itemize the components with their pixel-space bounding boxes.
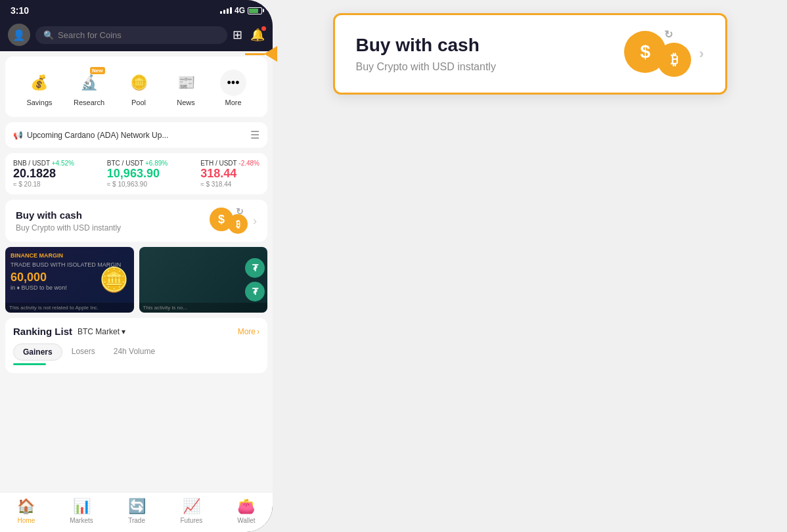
eth-price[interactable]: ETH / USDT -2.48% 318.44 ≈ $ 318.44 bbox=[200, 160, 259, 188]
eth-pair: ETH / USDT bbox=[200, 160, 236, 167]
research-label: Research bbox=[74, 99, 104, 106]
search-bar[interactable]: 🔍 Search for Coins bbox=[35, 26, 227, 44]
tab-losers[interactable]: Losers bbox=[62, 344, 104, 361]
wallet-label: Wallet bbox=[237, 517, 255, 524]
status-bar: 3:10 4G bbox=[0, 0, 273, 18]
announcement-text: 📢 Upcoming Cardano (ADA) Network Up... bbox=[13, 131, 168, 140]
btc-pair: BTC / USDT bbox=[107, 160, 143, 167]
tab-gainers[interactable]: Gainers bbox=[13, 344, 62, 361]
btc-value: 10,963.90 bbox=[107, 167, 168, 181]
home-icon: 🏠 bbox=[17, 498, 35, 515]
ranking-title: Ranking List bbox=[13, 326, 72, 337]
more-link[interactable]: More › bbox=[238, 327, 259, 336]
btc-price[interactable]: BTC / USDT +6.89% 10,963.90 ≈ $ 10,963.9… bbox=[107, 160, 168, 188]
popup-card[interactable]: Buy with cash Buy Crypto with USD instan… bbox=[333, 13, 727, 95]
research-item[interactable]: 🔬 New Research bbox=[74, 70, 104, 106]
news-item[interactable]: 📰 News bbox=[173, 70, 199, 106]
banner-coin-icon: 🪙 bbox=[99, 266, 129, 294]
popup-dollar-icon: $ ↻ bbox=[624, 31, 666, 73]
bnb-value: 20.1828 bbox=[13, 167, 74, 181]
arrow-head bbox=[264, 46, 277, 62]
trade-icon: 🔄 bbox=[128, 498, 146, 515]
more-label: More bbox=[238, 327, 256, 336]
markets-label: Markets bbox=[70, 517, 93, 524]
dropdown-icon: ▾ bbox=[122, 327, 125, 336]
search-icon: 🔍 bbox=[43, 30, 54, 40]
more-icon: ••• bbox=[220, 70, 246, 96]
market-label: BTC Market bbox=[78, 327, 120, 336]
ranking-section: Ranking List BTC Market ▾ More › Gainers… bbox=[5, 318, 267, 373]
top-icons: ⊞ 🔔 bbox=[233, 28, 265, 42]
top-bar: 👤 🔍 Search for Coins ⊞ 🔔 bbox=[0, 18, 273, 51]
futures-label: Futures bbox=[180, 517, 202, 524]
chevron-right-icon: › bbox=[253, 214, 257, 228]
rotate-arrows-icon: ↻ bbox=[236, 206, 244, 217]
avatar[interactable]: 👤 bbox=[8, 24, 30, 46]
savings-item[interactable]: 💰 Savings bbox=[26, 70, 53, 106]
ranking-tabs: Gainers Losers 24h Volume bbox=[13, 344, 259, 361]
quick-access-card: 💰 Savings 🔬 New Research 🪙 Pool 📰 Ne bbox=[5, 56, 267, 117]
banner-logo: BINANCE MARGIN bbox=[11, 252, 129, 259]
ranking-header: Ranking List BTC Market ▾ More › bbox=[13, 326, 259, 337]
banner-section: BINANCE MARGIN TRADE BUSD WITH ISOLATED … bbox=[5, 247, 267, 313]
tab-24h-volume[interactable]: 24h Volume bbox=[104, 344, 164, 361]
battery-icon bbox=[248, 7, 262, 14]
network-label: 4G bbox=[235, 6, 245, 15]
buy-cash-icons: $ ↻ ₿ › bbox=[210, 208, 257, 234]
buy-cash-subtitle: Buy Crypto with USD instantly bbox=[16, 223, 121, 233]
pool-icon: 🪙 bbox=[125, 70, 152, 96]
right-panel: Buy with cash Buy Crypto with USD instan… bbox=[273, 0, 787, 108]
nav-markets[interactable]: 📊 Markets bbox=[70, 498, 93, 524]
phone-frame: 3:10 4G 👤 🔍 Search for Coins ⊞ 🔔 bbox=[0, 0, 273, 532]
bnb-price[interactable]: BNB / USDT +4.52% 20.1828 ≈ $ 20.18 bbox=[13, 160, 74, 188]
bnb-pair: BNB / USDT bbox=[13, 160, 50, 167]
nav-wallet[interactable]: 👛 Wallet bbox=[237, 498, 255, 524]
trade-label: Trade bbox=[128, 517, 145, 524]
savings-label: Savings bbox=[26, 99, 52, 106]
notification-icon[interactable]: 🔔 bbox=[250, 28, 265, 42]
tether-icon: ₮ bbox=[245, 258, 265, 278]
arrow-connector bbox=[245, 46, 277, 62]
eth-value: 318.44 bbox=[200, 167, 259, 181]
bnb-change: +4.52% bbox=[52, 160, 74, 167]
more-item[interactable]: ••• More bbox=[220, 70, 246, 106]
markets-icon: 📊 bbox=[73, 498, 91, 515]
tab-underline bbox=[13, 363, 46, 365]
banner-disclaimer: This activity is not related to Apple In… bbox=[5, 303, 134, 313]
savings-icon: 💰 bbox=[26, 70, 53, 96]
futures-icon: 📈 bbox=[183, 498, 200, 515]
new-badge: New bbox=[90, 67, 104, 74]
nav-home[interactable]: 🏠 Home bbox=[17, 498, 35, 524]
nav-trade[interactable]: 🔄 Trade bbox=[128, 498, 146, 524]
bnb-usd: ≈ $ 20.18 bbox=[13, 181, 74, 188]
quick-access-row: 💰 Savings 🔬 New Research 🪙 Pool 📰 Ne bbox=[13, 64, 259, 109]
btc-usd: ≈ $ 10,963.90 bbox=[107, 181, 168, 188]
tether-banner[interactable]: ₮ ₮ This activity is no... bbox=[139, 247, 268, 313]
megaphone-icon: 📢 bbox=[13, 131, 23, 140]
popup-chevron-icon[interactable]: › bbox=[699, 45, 704, 62]
tether-icon-2: ₮ bbox=[245, 282, 265, 301]
home-label: Home bbox=[18, 517, 35, 524]
tether-disclaimer: This activity is no... bbox=[139, 303, 268, 313]
search-placeholder: Search for Coins bbox=[58, 30, 122, 40]
time-display: 3:10 bbox=[11, 5, 29, 16]
pool-label: Pool bbox=[131, 99, 146, 106]
scan-icon[interactable]: ⊞ bbox=[233, 28, 242, 42]
eth-usd: ≈ $ 318.44 bbox=[200, 181, 259, 188]
buy-cash-card[interactable]: Buy with cash Buy Crypto with USD instan… bbox=[5, 200, 267, 242]
notification-badge bbox=[261, 26, 266, 31]
pool-item[interactable]: 🪙 Pool bbox=[125, 70, 152, 106]
wallet-icon: 👛 bbox=[237, 498, 255, 515]
margin-banner[interactable]: BINANCE MARGIN TRADE BUSD WITH ISOLATED … bbox=[5, 247, 134, 313]
announcement-bar[interactable]: 📢 Upcoming Cardano (ADA) Network Up... ☰ bbox=[5, 122, 267, 148]
nav-futures[interactable]: 📈 Futures bbox=[180, 498, 202, 524]
more-label: More bbox=[225, 99, 241, 106]
market-selector[interactable]: BTC Market ▾ bbox=[78, 327, 125, 336]
popup-coins: $ ↻ ₿ bbox=[624, 31, 691, 77]
popup-title: Buy with cash bbox=[356, 35, 496, 56]
list-icon: ☰ bbox=[250, 129, 259, 141]
buy-cash-title: Buy with cash bbox=[16, 210, 121, 221]
popup-rotate-icon: ↻ bbox=[664, 28, 673, 41]
status-icons: 4G bbox=[220, 6, 262, 15]
more-arrow-icon: › bbox=[257, 327, 259, 336]
